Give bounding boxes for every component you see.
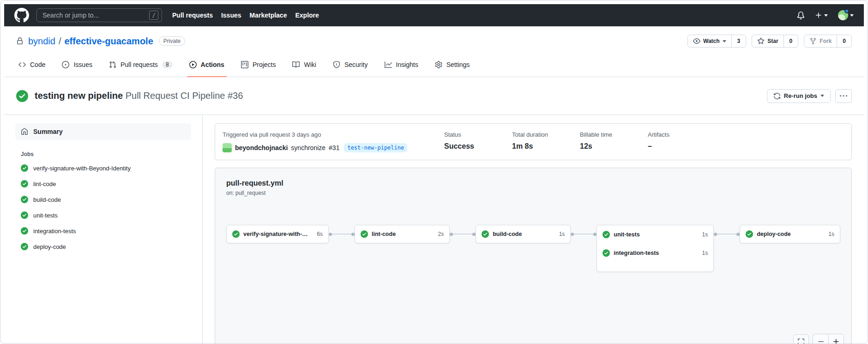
- nav-link-marketplace[interactable]: Marketplace: [250, 12, 287, 19]
- fork-count[interactable]: 0: [837, 35, 851, 47]
- run-actions: Re-run jobs: [767, 89, 852, 103]
- node-duration: 6s: [312, 231, 323, 237]
- pipeline-connector: [329, 225, 355, 243]
- watch-button[interactable]: Watch 3: [687, 35, 746, 48]
- node-duration: 2s: [433, 231, 444, 237]
- fullscreen-button[interactable]: [793, 334, 809, 344]
- workflow-file-name: pull-request.yml: [226, 179, 840, 187]
- nav-right: [797, 10, 854, 20]
- repo-tabs: Code Issues Pull requests 8 Actions Proj…: [4, 52, 864, 77]
- sidebar-item-summary[interactable]: Summary: [15, 123, 191, 140]
- zoom-segment: [813, 334, 844, 344]
- success-check-icon: [21, 164, 28, 172]
- sidebar-job-verify-signature[interactable]: verify-signature-with-Beyond-Identity: [15, 160, 191, 176]
- sidebar-job-lint-code[interactable]: lint-code: [15, 176, 191, 192]
- screen-full-icon: [797, 338, 805, 344]
- success-check-icon: [603, 249, 610, 257]
- tab-projects[interactable]: Projects: [235, 52, 282, 77]
- tab-settings[interactable]: Settings: [429, 52, 476, 77]
- star-count[interactable]: 0: [784, 35, 798, 47]
- zoom-out-button[interactable]: [813, 334, 828, 344]
- stat-status: Status Success: [444, 131, 512, 152]
- job-label: integration-tests: [33, 228, 76, 235]
- job-label: verify-signature-with-Beyond-Identity: [33, 165, 131, 172]
- success-check-icon: [21, 196, 28, 203]
- success-check-icon: [603, 231, 610, 238]
- workflow-graph-card: pull-request.yml on: pull_request verify…: [215, 168, 852, 344]
- pipeline-node-lint-code[interactable]: lint-code 2s: [355, 225, 450, 243]
- gear-icon: [435, 61, 442, 68]
- repo-social-actions: Watch 3 Star 0 Fork 0: [687, 35, 852, 48]
- run-meta-card: Triggered via pull request 3 days ago be…: [215, 123, 852, 160]
- tab-label: Actions: [201, 61, 224, 68]
- pipeline-node-deploy-code[interactable]: deploy-code 1s: [740, 225, 840, 243]
- stat-value: –: [648, 142, 716, 151]
- content: Summary Jobs verify-signature-with-Beyon…: [4, 115, 864, 344]
- summary-label: Summary: [33, 128, 63, 135]
- stat-value: 1m 8s: [512, 142, 580, 151]
- pull-request-icon: [109, 61, 116, 68]
- plus-icon: [815, 12, 822, 19]
- pipeline-graph: verify-signature-with-Beyo... 6s lint-co…: [226, 225, 840, 272]
- fork-label: Fork: [820, 38, 832, 44]
- repo-owner-link[interactable]: byndid: [28, 36, 55, 47]
- kebab-icon: [840, 92, 847, 100]
- pipeline-node-verify-signature[interactable]: verify-signature-with-Beyo... 6s: [226, 225, 329, 243]
- sidebar-job-deploy-code[interactable]: deploy-code: [15, 239, 191, 254]
- sidebar-job-unit-tests[interactable]: unit-tests: [15, 207, 191, 223]
- branch-badge[interactable]: test-new-pipeline: [344, 143, 407, 152]
- pull-requests-count-badge: 8: [162, 61, 173, 68]
- run-title-text: testing new pipeline: [35, 91, 123, 101]
- run-subtitle-text: Pull Request CI Pipeline #36: [126, 91, 243, 101]
- pipeline-node-unit-tests[interactable]: unit-tests 1s: [597, 225, 713, 244]
- fork-button[interactable]: Fork 0: [804, 35, 852, 48]
- actor-name[interactable]: beyondchojnacki: [235, 144, 288, 151]
- tab-issues[interactable]: Issues: [56, 52, 98, 77]
- sidebar-job-integration-tests[interactable]: integration-tests: [15, 223, 191, 239]
- success-check-icon: [482, 230, 489, 238]
- actor-avatar[interactable]: [223, 143, 232, 152]
- tab-pull-requests[interactable]: Pull requests 8: [103, 52, 179, 77]
- github-logo-icon[interactable]: [14, 8, 29, 23]
- star-button[interactable]: Star 0: [752, 35, 798, 48]
- sidebar-job-build-code[interactable]: build-code: [15, 192, 191, 207]
- node-label: build-code: [493, 231, 522, 237]
- nav-link-explore[interactable]: Explore: [295, 12, 319, 19]
- slash-key-hint: /: [149, 11, 158, 20]
- graph-zoom-controls: [793, 334, 844, 344]
- chevron-down-icon: [723, 40, 726, 42]
- user-menu[interactable]: [838, 10, 854, 20]
- github-actions-run-page: / Pull requests Issues Marketplace Explo…: [0, 0, 868, 344]
- create-new-dropdown[interactable]: [815, 12, 828, 19]
- node-label: integration-tests: [614, 250, 659, 256]
- success-check-icon: [361, 230, 368, 238]
- zoom-in-button[interactable]: [828, 334, 844, 344]
- main-panel: Triggered via pull request 3 days ago be…: [203, 115, 864, 344]
- jobs-heading: Jobs: [21, 151, 191, 157]
- tab-actions[interactable]: Actions: [183, 52, 230, 77]
- tab-security[interactable]: Security: [327, 52, 374, 77]
- tab-code[interactable]: Code: [12, 52, 51, 77]
- tab-label: Pull requests: [121, 61, 158, 68]
- watch-count[interactable]: 3: [731, 35, 746, 47]
- run-options-kebab-button[interactable]: [835, 89, 852, 103]
- rerun-jobs-button[interactable]: Re-run jobs: [767, 89, 831, 103]
- tab-wiki[interactable]: Wiki: [286, 52, 322, 77]
- node-duration: 1s: [698, 250, 708, 256]
- pr-number[interactable]: #31: [329, 144, 339, 151]
- pipeline-node-group-tests: unit-tests 1s integration-tests 1s: [597, 225, 714, 272]
- success-check-icon: [232, 230, 240, 238]
- run-stats: Status Success Total duration 1m 8s Bill…: [444, 131, 716, 152]
- bell-icon[interactable]: [797, 12, 805, 19]
- nav-link-issues[interactable]: Issues: [221, 12, 241, 19]
- star-label: Star: [767, 38, 778, 44]
- tab-label: Projects: [253, 61, 276, 68]
- nav-link-pull-requests[interactable]: Pull requests: [172, 12, 213, 19]
- top-nav: / Pull requests Issues Marketplace Explo…: [4, 4, 864, 26]
- repo-name-link[interactable]: effective-guacamole: [65, 36, 153, 47]
- pipeline-node-integration-tests[interactable]: integration-tests 1s: [597, 244, 713, 262]
- pipeline-node-build-code[interactable]: build-code 1s: [476, 225, 571, 243]
- node-label: verify-signature-with-Beyo...: [243, 231, 308, 237]
- search-input[interactable]: [42, 11, 149, 19]
- tab-insights[interactable]: Insights: [379, 52, 424, 77]
